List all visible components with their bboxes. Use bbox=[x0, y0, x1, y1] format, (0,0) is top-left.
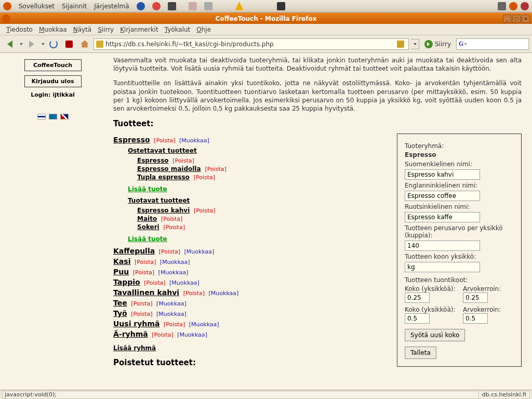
delete-link[interactable]: [Poista] bbox=[135, 259, 156, 265]
menu-bookmarks[interactable]: Kirjanmerkit bbox=[118, 25, 160, 34]
power-icon[interactable] bbox=[521, 2, 529, 10]
delete-link[interactable]: [Poista] bbox=[131, 300, 152, 307]
camera-icon[interactable] bbox=[168, 2, 176, 10]
close-button[interactable]: × bbox=[522, 15, 530, 23]
edit-link[interactable]: [Muokkaa] bbox=[179, 137, 209, 144]
delete-link[interactable]: [Poista] bbox=[133, 269, 154, 276]
product-item[interactable]: Espresso kahvi bbox=[137, 207, 190, 214]
delete-link[interactable]: [Poista] bbox=[164, 321, 185, 328]
help-icon[interactable] bbox=[152, 2, 161, 10]
system-menu[interactable]: Järjestelmä bbox=[94, 3, 129, 10]
menu-edit[interactable]: Muokkaa bbox=[37, 25, 69, 34]
delete-link[interactable]: [Poista] bbox=[152, 331, 173, 338]
edit-link[interactable]: [Muokkaa] bbox=[189, 321, 219, 328]
form-fi-input[interactable] bbox=[405, 169, 480, 180]
edit-link[interactable]: [Muokkaa] bbox=[156, 300, 187, 307]
delete-link[interactable]: [Poista] bbox=[161, 216, 182, 222]
url-bar[interactable]: https://db.cs.helsinki.fi/~tkt_kasi/cgi-… bbox=[94, 38, 409, 50]
form-base-input[interactable] bbox=[405, 241, 480, 251]
group-link[interactable]: Kaffepulla bbox=[113, 247, 155, 255]
delete-link[interactable]: [Poista] bbox=[159, 248, 180, 255]
edit-link[interactable]: [Muokkaa] bbox=[169, 280, 200, 286]
login-info: Login: ijtikkal bbox=[4, 91, 101, 98]
back-history-dropdown[interactable] bbox=[20, 43, 23, 45]
size2-koko-input[interactable] bbox=[405, 313, 430, 324]
form-sv-input[interactable] bbox=[405, 212, 480, 222]
delete-link[interactable]: [Poista] bbox=[172, 157, 194, 164]
forward-history-dropdown[interactable] bbox=[42, 43, 45, 45]
flag-gb-icon[interactable] bbox=[60, 114, 69, 119]
menu-help[interactable]: Ohje bbox=[194, 25, 213, 34]
home-button[interactable] bbox=[78, 37, 91, 51]
stop-button[interactable] bbox=[62, 37, 76, 51]
delete-link[interactable]: [Poista] bbox=[164, 224, 185, 231]
product-form: Tuoteryhmä: Espresso Suomenkielinen nimi… bbox=[397, 134, 522, 367]
applications-menu[interactable]: Sovellukset bbox=[19, 3, 55, 10]
delete-link[interactable]: [Poista] bbox=[144, 280, 165, 286]
terminal-icon[interactable] bbox=[277, 2, 285, 10]
menu-tools[interactable]: Työkalut bbox=[163, 25, 193, 34]
logout-button[interactable]: Kirjaudu ulos bbox=[24, 75, 82, 87]
app-icon[interactable] bbox=[204, 2, 212, 10]
delete-link[interactable]: [Poista] bbox=[194, 207, 215, 214]
form-en-input[interactable] bbox=[405, 191, 480, 201]
menu-view[interactable]: Näytä bbox=[71, 25, 94, 34]
form-unit-input[interactable] bbox=[405, 262, 480, 272]
delete-link[interactable]: [Poista] bbox=[183, 290, 205, 297]
edit-link[interactable]: [Muokkaa] bbox=[158, 269, 189, 276]
group-link[interactable]: Puu bbox=[113, 268, 129, 276]
product-item[interactable]: Espresso maidolla bbox=[137, 165, 201, 172]
subheading-tuotavat: Tuotavat tuotteet bbox=[128, 197, 388, 204]
network-icon[interactable] bbox=[509, 2, 517, 10]
product-item[interactable]: Maito bbox=[137, 215, 157, 222]
size1-arvo-input[interactable] bbox=[463, 292, 488, 303]
reload-button[interactable] bbox=[47, 37, 60, 51]
go-button[interactable]: Siirry bbox=[424, 40, 451, 48]
product-item[interactable]: Tupla espresso bbox=[137, 174, 190, 181]
edit-link[interactable]: [Muokkaa] bbox=[177, 331, 207, 338]
delete-link[interactable]: [Poista] bbox=[154, 137, 175, 144]
url-history-dropdown[interactable] bbox=[411, 39, 419, 49]
add-group-link[interactable]: Lisää ryhmä bbox=[113, 344, 388, 352]
flag-fi-icon[interactable] bbox=[37, 114, 46, 119]
globe-icon[interactable] bbox=[137, 2, 145, 10]
group-espresso[interactable]: Espresso bbox=[113, 136, 150, 144]
search-engine-icon[interactable]: G bbox=[459, 40, 463, 48]
delete-link[interactable]: [Poista] bbox=[194, 174, 215, 181]
app-name-box[interactable]: CoffeeTouch bbox=[24, 59, 82, 71]
add-product-tuotavat[interactable]: Lisää tuote bbox=[128, 235, 388, 243]
group-link[interactable]: Tappio bbox=[113, 278, 140, 286]
edit-link[interactable]: [Muokkaa] bbox=[184, 248, 215, 255]
group-link[interactable]: Uusi ryhmä bbox=[113, 320, 159, 328]
product-item[interactable]: Sokeri bbox=[137, 223, 159, 231]
add-product-ostettavat[interactable]: Lisää tuote bbox=[128, 185, 388, 193]
form-unit-label: Tuotteen koon yksikkö: bbox=[405, 253, 514, 260]
back-button[interactable] bbox=[3, 37, 17, 51]
size2-arvo-input[interactable] bbox=[463, 313, 488, 324]
warning-icon[interactable] bbox=[235, 2, 244, 10]
volume-icon[interactable] bbox=[498, 2, 506, 10]
ubuntu-logo[interactable] bbox=[3, 2, 11, 10]
group-link[interactable]: Tavallinen kahvi bbox=[113, 288, 179, 297]
menu-file[interactable]: Tiedosto bbox=[4, 25, 35, 34]
group-link[interactable]: Työ bbox=[113, 309, 127, 317]
add-size-button[interactable]: Syötä uusi koko bbox=[405, 329, 465, 341]
menu-go[interactable]: Siirry bbox=[96, 25, 116, 34]
search-box[interactable]: G bbox=[456, 38, 529, 50]
edit-link[interactable]: [Muokkaa] bbox=[209, 290, 239, 297]
group-link[interactable]: Tee bbox=[113, 299, 127, 307]
save-button[interactable]: Talleta bbox=[405, 347, 436, 359]
minimize-button[interactable]: _ bbox=[503, 15, 511, 23]
delete-link[interactable]: [Poista] bbox=[205, 166, 226, 172]
edit-link[interactable]: [Muokkaa] bbox=[156, 311, 187, 317]
maximize-button[interactable]: ▢ bbox=[512, 15, 521, 23]
places-menu[interactable]: Sijainnit bbox=[62, 3, 87, 10]
edit-link[interactable]: [Muokkaa] bbox=[160, 259, 190, 265]
product-item[interactable]: Espresso bbox=[137, 157, 169, 164]
folder-icon[interactable] bbox=[189, 2, 197, 10]
size1-koko-input[interactable] bbox=[405, 292, 430, 303]
group-link[interactable]: Ä-ryhmä bbox=[113, 330, 148, 338]
flag-se-icon[interactable] bbox=[49, 114, 57, 119]
delete-link[interactable]: [Poista] bbox=[131, 311, 152, 317]
group-link[interactable]: Kasi bbox=[113, 257, 130, 265]
